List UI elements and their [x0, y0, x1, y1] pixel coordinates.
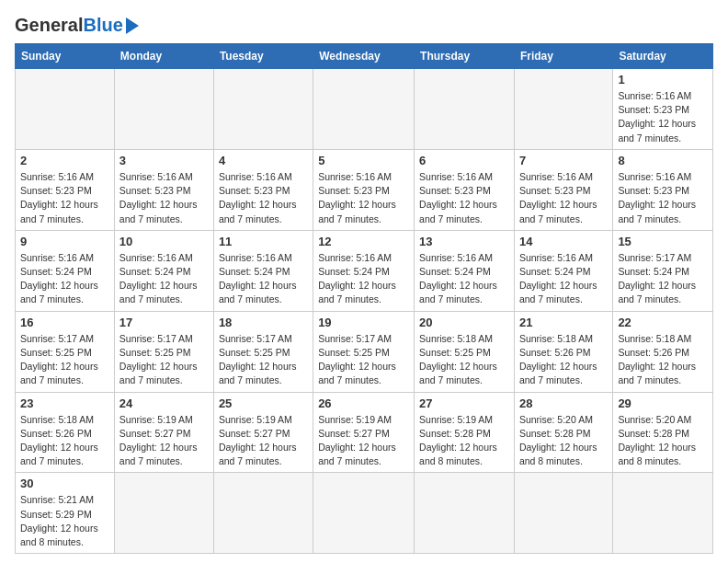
day-number: 17	[119, 316, 209, 329]
day-of-week-monday: Monday	[114, 44, 213, 69]
calendar-cell: 13Sunrise: 5:16 AMSunset: 5:24 PMDayligh…	[415, 230, 515, 311]
day-number: 20	[419, 316, 509, 329]
header: General Blue	[15, 15, 713, 36]
day-info: Sunrise: 5:16 AMSunset: 5:23 PMDaylight:…	[618, 89, 708, 145]
day-number: 23	[20, 396, 109, 410]
day-info: Sunrise: 5:17 AMSunset: 5:24 PMDaylight:…	[618, 251, 708, 307]
calendar-cell: 18Sunrise: 5:17 AMSunset: 5:25 PMDayligh…	[213, 311, 313, 392]
day-number: 1	[618, 73, 708, 86]
calendar-cell: 2Sunrise: 5:16 AMSunset: 5:23 PMDaylight…	[16, 149, 115, 230]
calendar-cell: 24Sunrise: 5:19 AMSunset: 5:27 PMDayligh…	[114, 392, 213, 473]
day-info: Sunrise: 5:20 AMSunset: 5:28 PMDaylight:…	[519, 413, 608, 469]
calendar-cell	[313, 473, 415, 554]
day-number: 14	[519, 235, 608, 248]
calendar-cell	[114, 69, 213, 150]
day-of-week-wednesday: Wednesday	[313, 44, 415, 69]
calendar-cell	[114, 473, 213, 554]
day-number: 28	[519, 396, 608, 410]
day-number: 18	[219, 316, 308, 329]
day-number: 13	[419, 235, 509, 248]
calendar-cell	[16, 69, 115, 150]
calendar-cell	[415, 69, 515, 150]
calendar: SundayMondayTuesdayWednesdayThursdayFrid…	[15, 43, 713, 554]
calendar-cell: 7Sunrise: 5:16 AMSunset: 5:23 PMDaylight…	[514, 149, 612, 230]
calendar-cell: 22Sunrise: 5:18 AMSunset: 5:26 PMDayligh…	[613, 311, 713, 392]
day-of-week-saturday: Saturday	[613, 44, 713, 69]
day-info: Sunrise: 5:18 AMSunset: 5:26 PMDaylight:…	[519, 332, 608, 388]
calendar-cell: 26Sunrise: 5:19 AMSunset: 5:27 PMDayligh…	[313, 392, 415, 473]
day-number: 25	[219, 396, 308, 410]
calendar-cell	[514, 473, 612, 554]
calendar-week-row: 9Sunrise: 5:16 AMSunset: 5:24 PMDaylight…	[16, 230, 713, 311]
day-info: Sunrise: 5:16 AMSunset: 5:24 PMDaylight:…	[318, 251, 409, 307]
calendar-cell: 12Sunrise: 5:16 AMSunset: 5:24 PMDayligh…	[313, 230, 415, 311]
logo-general: General	[15, 15, 83, 36]
day-number: 24	[119, 396, 209, 410]
day-info: Sunrise: 5:19 AMSunset: 5:28 PMDaylight:…	[419, 413, 509, 469]
day-info: Sunrise: 5:16 AMSunset: 5:24 PMDaylight:…	[519, 251, 608, 307]
calendar-cell	[613, 473, 713, 554]
calendar-cell: 3Sunrise: 5:16 AMSunset: 5:23 PMDaylight…	[114, 149, 213, 230]
day-number: 29	[618, 396, 708, 410]
day-info: Sunrise: 5:17 AMSunset: 5:25 PMDaylight:…	[119, 332, 209, 388]
day-of-week-thursday: Thursday	[415, 44, 515, 69]
day-info: Sunrise: 5:16 AMSunset: 5:23 PMDaylight:…	[519, 170, 608, 226]
day-info: Sunrise: 5:16 AMSunset: 5:23 PMDaylight:…	[219, 170, 308, 226]
day-number: 10	[119, 235, 209, 248]
calendar-cell: 21Sunrise: 5:18 AMSunset: 5:26 PMDayligh…	[514, 311, 612, 392]
calendar-cell: 4Sunrise: 5:16 AMSunset: 5:23 PMDaylight…	[213, 149, 313, 230]
day-number: 22	[618, 316, 708, 329]
calendar-cell: 14Sunrise: 5:16 AMSunset: 5:24 PMDayligh…	[514, 230, 612, 311]
day-info: Sunrise: 5:16 AMSunset: 5:24 PMDaylight:…	[419, 251, 509, 307]
calendar-cell: 20Sunrise: 5:18 AMSunset: 5:25 PMDayligh…	[415, 311, 515, 392]
day-info: Sunrise: 5:20 AMSunset: 5:28 PMDaylight:…	[618, 413, 708, 469]
day-of-week-friday: Friday	[514, 44, 612, 69]
day-number: 5	[318, 154, 409, 167]
calendar-cell	[213, 473, 313, 554]
calendar-cell: 27Sunrise: 5:19 AMSunset: 5:28 PMDayligh…	[415, 392, 515, 473]
day-number: 6	[419, 154, 509, 167]
day-number: 2	[20, 154, 109, 167]
day-info: Sunrise: 5:18 AMSunset: 5:26 PMDaylight:…	[618, 332, 708, 388]
day-info: Sunrise: 5:17 AMSunset: 5:25 PMDaylight:…	[318, 332, 409, 388]
calendar-cell: 5Sunrise: 5:16 AMSunset: 5:23 PMDaylight…	[313, 149, 415, 230]
day-info: Sunrise: 5:19 AMSunset: 5:27 PMDaylight:…	[119, 413, 209, 469]
day-info: Sunrise: 5:18 AMSunset: 5:25 PMDaylight:…	[419, 332, 509, 388]
calendar-week-row: 30Sunrise: 5:21 AMSunset: 5:29 PMDayligh…	[16, 473, 713, 554]
calendar-cell: 6Sunrise: 5:16 AMSunset: 5:23 PMDaylight…	[415, 149, 515, 230]
day-number: 3	[119, 154, 209, 167]
calendar-cell: 16Sunrise: 5:17 AMSunset: 5:25 PMDayligh…	[16, 311, 115, 392]
day-info: Sunrise: 5:16 AMSunset: 5:24 PMDaylight:…	[20, 251, 109, 307]
day-number: 7	[519, 154, 608, 167]
calendar-cell	[415, 473, 515, 554]
calendar-cell: 9Sunrise: 5:16 AMSunset: 5:24 PMDaylight…	[16, 230, 115, 311]
calendar-cell: 19Sunrise: 5:17 AMSunset: 5:25 PMDayligh…	[313, 311, 415, 392]
calendar-week-row: 1Sunrise: 5:16 AMSunset: 5:23 PMDaylight…	[16, 69, 713, 150]
day-info: Sunrise: 5:16 AMSunset: 5:24 PMDaylight:…	[219, 251, 308, 307]
day-info: Sunrise: 5:16 AMSunset: 5:23 PMDaylight:…	[618, 170, 708, 226]
logo-triangle-icon	[126, 17, 139, 34]
logo: General Blue	[15, 15, 139, 36]
day-info: Sunrise: 5:16 AMSunset: 5:23 PMDaylight:…	[20, 170, 109, 226]
calendar-cell: 29Sunrise: 5:20 AMSunset: 5:28 PMDayligh…	[613, 392, 713, 473]
day-of-week-sunday: Sunday	[16, 44, 115, 69]
day-info: Sunrise: 5:19 AMSunset: 5:27 PMDaylight:…	[219, 413, 308, 469]
day-info: Sunrise: 5:16 AMSunset: 5:23 PMDaylight:…	[318, 170, 409, 226]
day-number: 11	[219, 235, 308, 248]
day-of-week-tuesday: Tuesday	[213, 44, 313, 69]
day-number: 12	[318, 235, 409, 248]
calendar-cell: 30Sunrise: 5:21 AMSunset: 5:29 PMDayligh…	[16, 473, 115, 554]
day-number: 26	[318, 396, 409, 410]
calendar-cell: 15Sunrise: 5:17 AMSunset: 5:24 PMDayligh…	[613, 230, 713, 311]
calendar-cell: 23Sunrise: 5:18 AMSunset: 5:26 PMDayligh…	[16, 392, 115, 473]
calendar-cell: 11Sunrise: 5:16 AMSunset: 5:24 PMDayligh…	[213, 230, 313, 311]
calendar-cell: 17Sunrise: 5:17 AMSunset: 5:25 PMDayligh…	[114, 311, 213, 392]
calendar-header-row: SundayMondayTuesdayWednesdayThursdayFrid…	[16, 44, 713, 69]
day-info: Sunrise: 5:16 AMSunset: 5:23 PMDaylight:…	[119, 170, 209, 226]
calendar-cell: 10Sunrise: 5:16 AMSunset: 5:24 PMDayligh…	[114, 230, 213, 311]
logo-text: General Blue	[15, 15, 139, 36]
calendar-cell: 8Sunrise: 5:16 AMSunset: 5:23 PMDaylight…	[613, 149, 713, 230]
logo-blue: Blue	[83, 15, 122, 36]
day-info: Sunrise: 5:18 AMSunset: 5:26 PMDaylight:…	[20, 413, 109, 469]
calendar-cell	[514, 69, 612, 150]
